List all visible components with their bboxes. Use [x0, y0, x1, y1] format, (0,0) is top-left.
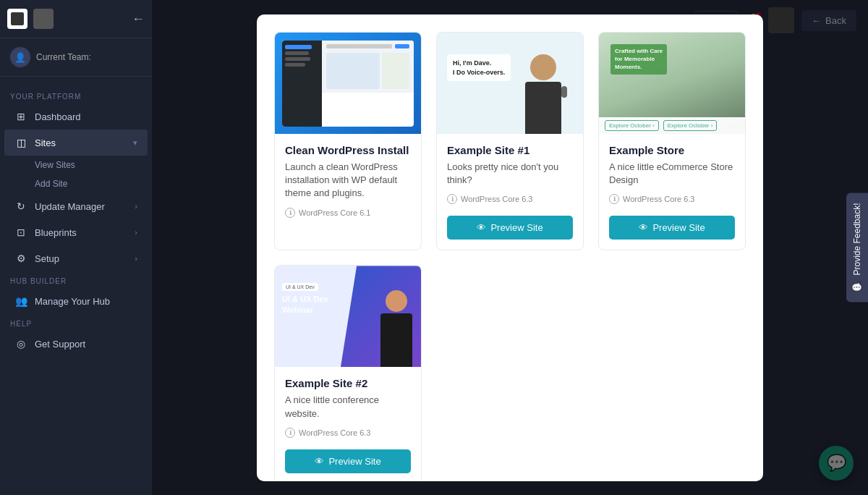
- sidebar-item-sites[interactable]: ◫ Sites ▾: [4, 130, 148, 156]
- eye-icon: 👁: [477, 222, 486, 233]
- card-version-text-site1: WordPress Core 6.3: [461, 195, 532, 203]
- preview-site-button-2[interactable]: 👁 Preview Site: [285, 449, 411, 473]
- wp-menu-item-2: [285, 51, 309, 55]
- main-content: er Plan 🔔 ← Back: [152, 0, 868, 495]
- card-version-site2: ℹ WordPress Core 6.3: [285, 428, 411, 438]
- store-overlay: Crafted with Carefor MemorableMoments.: [610, 44, 667, 75]
- avatar: 👤: [10, 47, 30, 67]
- card-example-store: Crafted with Carefor MemorableMoments. E…: [598, 32, 746, 250]
- sidebar-nav: YOUR PLATFORM ⊞ Dashboard ◫ Sites ▾ View…: [0, 77, 152, 495]
- card-title-clean-wp: Clean WordPress Install: [285, 144, 411, 156]
- sidebar-item-get-support[interactable]: ◎ Get Support: [4, 331, 148, 357]
- microphone-icon: [561, 86, 567, 98]
- sites-icon: ◫: [14, 136, 27, 149]
- add-site-label: Add Site: [35, 179, 67, 189]
- explore-october-btn: Explore October ›: [605, 120, 659, 131]
- manage-hub-icon: 👥: [14, 295, 27, 308]
- card-title-store: Example Store: [609, 144, 735, 156]
- sidebar-item-label-blueprints: Blueprints: [35, 227, 77, 238]
- card-body-site1: Example Site #1 Looks pretty nice don't …: [437, 134, 583, 250]
- wp-content-area: [322, 41, 414, 93]
- card-title-site1: Example Site #1: [447, 144, 573, 156]
- wp-screenshot-mock: [282, 41, 414, 127]
- chevron-down-icon: ▾: [133, 138, 137, 148]
- feedback-label: Provide Feedback!: [852, 203, 862, 275]
- nav-hub-label: HUB BUILDER: [0, 271, 152, 288]
- preview-site-button-1[interactable]: 👁 Preview Site: [447, 216, 573, 240]
- setup-icon: ⚙: [14, 252, 27, 265]
- feedback-tab[interactable]: 💬 Provide Feedback!: [846, 192, 868, 302]
- sidebar-back-icon[interactable]: ←: [132, 12, 145, 27]
- logo-box-grey: [33, 9, 54, 29]
- card-image-site1: Hi, I'm Dave.I Do Voice-overs.: [437, 33, 583, 134]
- wp-thumbnail: [275, 33, 421, 134]
- wp-block-1: [326, 53, 380, 89]
- update-manager-icon: ↻: [14, 200, 27, 213]
- person-head: [530, 54, 556, 80]
- info-icon-3: ℹ: [609, 194, 619, 204]
- card-title-site2: Example Site #2: [285, 377, 411, 389]
- card-desc-store: A nice little eCommerce Store Design: [609, 161, 735, 187]
- sidebar-item-blueprints[interactable]: ⊡ Blueprints ›: [4, 219, 148, 245]
- wp-block-2: [382, 53, 409, 89]
- site1-person: [518, 54, 569, 134]
- dashboard-icon: ⊞: [14, 110, 27, 123]
- blueprints-icon: ⊡: [14, 226, 27, 239]
- chevron-right-icon-3: ›: [135, 254, 137, 263]
- site2-badge: UI & UX Dev: [282, 283, 318, 291]
- sidebar-item-label-dashboard: Dashboard: [35, 111, 81, 122]
- feedback-icon: 💬: [852, 282, 862, 292]
- card-example-site-2: UI & UX Dev UI & UX DevWebinar Example S…: [274, 265, 422, 481]
- card-body-store: Example Store A nice little eCommerce St…: [599, 134, 745, 250]
- card-desc-site2: A nice little conference website.: [285, 394, 411, 420]
- logo-box-white: [7, 9, 27, 29]
- feedback-widget[interactable]: 💬 Provide Feedback!: [846, 192, 868, 302]
- cards-grid: Clean WordPress Install Launch a clean W…: [274, 32, 746, 481]
- card-body-site2: Example Site #2 A nice little conference…: [275, 367, 421, 481]
- modal-overlay: Clean WordPress Install Launch a clean W…: [152, 0, 868, 495]
- team-section: 👤 Current Team:: [0, 38, 152, 77]
- sidebar-item-setup[interactable]: ⚙ Setup ›: [4, 245, 148, 271]
- team-label: Current Team:: [36, 52, 91, 62]
- chevron-right-icon: ›: [135, 202, 137, 211]
- nav-help-label: HELP: [0, 314, 152, 331]
- sidebar-item-view-sites[interactable]: View Sites: [4, 156, 148, 174]
- wp-header-btn: [395, 44, 409, 48]
- sidebar-item-add-site[interactable]: Add Site: [4, 174, 148, 193]
- card-example-site-1: Hi, I'm Dave.I Do Voice-overs. Example: [436, 32, 584, 250]
- sidebar: ← 👤 Current Team: YOUR PLATFORM ⊞ Dashbo…: [0, 0, 152, 495]
- preview-label-1: Preview Site: [490, 222, 542, 233]
- card-version-text-store: WordPress Core 6.3: [623, 195, 694, 203]
- nav-platform-label: YOUR PLATFORM: [0, 87, 152, 103]
- card-image-clean-wp: [275, 33, 421, 134]
- preview-label-2: Preview Site: [328, 456, 380, 467]
- site2-title: UI & UX DevWebinar: [282, 294, 328, 315]
- preview-label-store: Preview Site: [652, 222, 705, 233]
- sidebar-item-label-setup: Setup: [35, 253, 59, 264]
- wp-sidebar-items: [282, 41, 322, 71]
- card-clean-wp: Clean WordPress Install Launch a clean W…: [274, 32, 422, 250]
- info-icon-2: ℹ: [447, 194, 457, 204]
- site2-thumbnail: UI & UX Dev UI & UX DevWebinar: [275, 266, 421, 367]
- site2-text: UI & UX Dev UI & UX DevWebinar: [282, 280, 328, 315]
- site1-thumbnail: Hi, I'm Dave.I Do Voice-overs.: [437, 33, 583, 134]
- person-body: [525, 82, 561, 134]
- sidebar-item-label-manage-hub: Manage Your Hub: [35, 296, 110, 307]
- store-bottom-bar: Explore October › Explore October ›: [599, 117, 745, 134]
- wp-sidebar: [282, 41, 322, 127]
- card-version-store: ℹ WordPress Core 6.3: [609, 194, 735, 204]
- store-thumbnail: Crafted with Carefor MemorableMoments. E…: [599, 33, 745, 134]
- wp-content-blocks: [326, 53, 409, 89]
- explore-btn-2: Explore October ›: [663, 120, 718, 131]
- preview-site-button-store[interactable]: 👁 Preview Site: [609, 216, 735, 240]
- sidebar-item-update-manager[interactable]: ↻ Update Manager ›: [4, 193, 148, 219]
- card-desc-site1: Looks pretty nice don't you think?: [447, 161, 573, 187]
- site2-person-body: [380, 313, 412, 367]
- sidebar-item-manage-hub[interactable]: 👥 Manage Your Hub: [4, 288, 148, 314]
- site2-person: [380, 290, 412, 367]
- wp-menu-item: [285, 45, 312, 49]
- sidebar-item-dashboard[interactable]: ⊞ Dashboard: [4, 103, 148, 130]
- card-image-store: Crafted with Carefor MemorableMoments. E…: [599, 33, 745, 134]
- wp-menu-item-3: [285, 57, 310, 61]
- eye-icon-2: 👁: [315, 456, 324, 467]
